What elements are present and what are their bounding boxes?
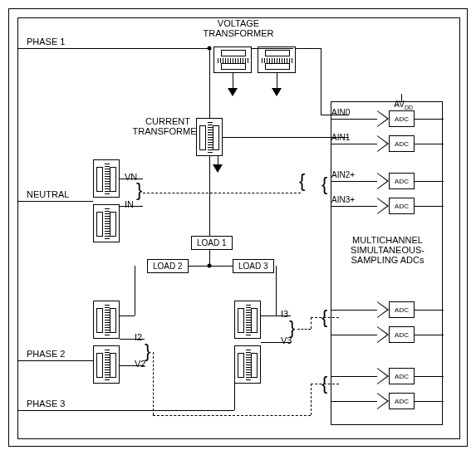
wire [252, 48, 293, 49]
current-transformer-label: CURRENT TRANSFORMER [130, 116, 205, 136]
wire [261, 316, 291, 316]
adc-i2: ADC [377, 368, 415, 384]
p3-vt [234, 345, 261, 384]
phase1-label: PHASE 1 [27, 37, 65, 46]
p2-ct [93, 301, 120, 339]
phase2-label: PHASE 2 [27, 349, 65, 359]
load2-box: LOAD 2 [147, 259, 189, 273]
in-label: IN [125, 199, 134, 209]
adc-v2: ADC [377, 393, 415, 409]
voltage-transformer-primary [213, 46, 252, 73]
voltage-transformer-label: VOLTAGE TRANSFORMER [193, 18, 284, 38]
adc-i3: ADC [377, 301, 415, 318]
adc-ain3: ADC AIN3+ [377, 198, 415, 214]
dashed-wire [311, 317, 312, 329]
wire [120, 206, 143, 207]
vn-label: VN [125, 172, 137, 182]
wire [296, 48, 321, 49]
avdd-label: AVDD [394, 100, 413, 110]
neutral-ct [93, 204, 120, 242]
dashed-wire [311, 384, 339, 384]
ground-icon [213, 164, 223, 173]
i2-label: I2 [135, 332, 142, 342]
wire [276, 266, 277, 316]
wire [321, 48, 321, 115]
brace-icon: { [299, 172, 305, 190]
dashed-wire [311, 384, 312, 415]
brace-icon: } [136, 181, 142, 199]
dashed-wire [143, 193, 301, 193]
wire [277, 73, 277, 88]
i3-label: I3 [281, 309, 288, 319]
brace-icon: } [289, 319, 295, 337]
adc-v3: ADC [377, 326, 415, 343]
neutral-wire [18, 201, 93, 202]
adc-title: MULTICHANNEL SIMULTANEOUS- SAMPLING ADCs [340, 235, 435, 265]
dashed-wire [153, 352, 154, 415]
phase2-wire [18, 360, 93, 361]
dashed-wire [297, 329, 311, 330]
current-transformer [196, 118, 223, 156]
neutral-vt [93, 159, 120, 198]
neutral-label: NEUTRAL [27, 189, 69, 199]
load1-box: LOAD 1 [191, 236, 233, 250]
phase3-wire [18, 410, 234, 411]
wire [120, 365, 145, 366]
ground-icon [272, 88, 282, 96]
phase3-label: PHASE 3 [27, 399, 65, 409]
wire [120, 339, 145, 340]
wire [218, 156, 218, 164]
dashed-wire [153, 415, 311, 416]
ground-icon [228, 88, 238, 96]
brace-icon: } [145, 342, 150, 360]
wire [401, 94, 402, 102]
load3-box: LOAD 3 [233, 259, 274, 273]
voltage-transformer-secondary [258, 46, 296, 73]
wire [135, 266, 135, 316]
adc-ain2: ADC AIN2+ [377, 173, 415, 189]
p3-ct [234, 301, 261, 339]
dashed-wire [311, 317, 339, 318]
wire [120, 316, 135, 316]
wire [261, 342, 291, 343]
p2-vt [93, 345, 120, 384]
brace-icon: { [321, 175, 327, 193]
phase1-wire [18, 48, 209, 49]
adc-box: AVDD ADC AIN0 ADC AIN1 ADC AIN2+ [331, 101, 443, 425]
adc-ain1: ADC AIN1 [377, 135, 415, 152]
wire [233, 73, 233, 88]
adc-ain0: ADC AIN0 [377, 110, 415, 127]
